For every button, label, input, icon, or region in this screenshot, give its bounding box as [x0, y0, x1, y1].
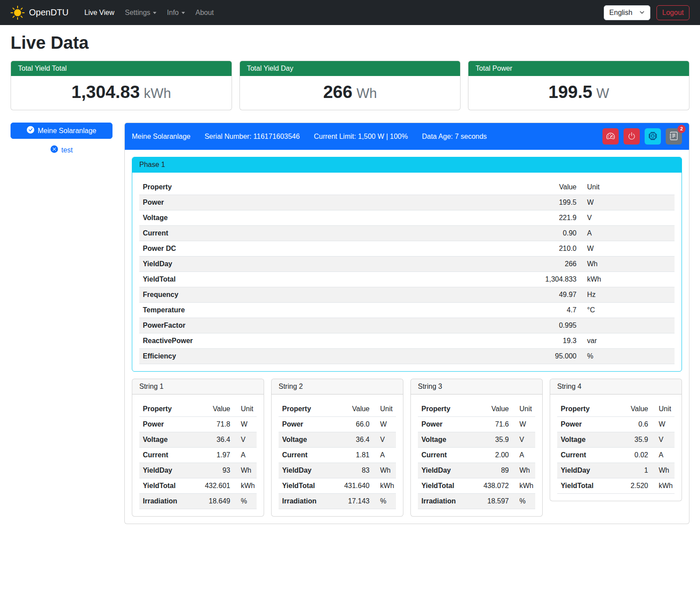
unit-cell: % [512, 494, 535, 509]
nav-item-live-view[interactable]: Live View [79, 5, 120, 20]
nav-item-label: Live View [84, 9, 114, 17]
limit-settings-button[interactable] [602, 128, 619, 145]
power-settings-button[interactable] [624, 128, 640, 145]
property-cell: Voltage [279, 432, 336, 448]
value-cell: 71.6 [475, 417, 512, 432]
column-header-property: Property [418, 402, 475, 417]
string-card-title: String 2 [272, 379, 403, 394]
language-select[interactable]: English [604, 5, 650, 20]
value-cell: 89 [475, 463, 512, 478]
table-row: Voltage35.9V [418, 432, 535, 448]
strings-row: String 1 Property Value Unit [132, 379, 682, 517]
table-row: Voltage35.9V [557, 432, 675, 448]
value-cell: 71.8 [197, 417, 234, 432]
table-row: YieldTotal431.640kWh [279, 478, 396, 494]
property-cell: Voltage [557, 432, 615, 448]
property-cell: YieldTotal [139, 478, 197, 494]
property-cell: Frequency [139, 287, 527, 303]
table-row: Power0.6W [557, 417, 675, 432]
value-cell: 438.072 [475, 478, 512, 494]
inverter-name-label: test [62, 146, 73, 154]
device-info-button[interactable] [645, 128, 661, 145]
column-header-value: Value [197, 402, 234, 417]
value-cell: 210.0 [527, 241, 580, 257]
app-brand[interactable]: OpenDTU [11, 6, 69, 20]
table-header-row: Property Value Unit [279, 402, 396, 417]
string-4-table: Property Value Unit Power0.6WVoltage35.9… [557, 402, 675, 494]
x-circle-icon [51, 145, 58, 155]
column-header-unit: Unit [580, 180, 675, 195]
value-cell: 18.597 [475, 494, 512, 509]
property-cell: Current [557, 448, 615, 463]
table-row: Current0.90A [139, 226, 675, 241]
value-cell: 0.90 [527, 226, 580, 241]
nav-item-about[interactable]: About [190, 5, 219, 20]
table-row: Power199.5W [139, 195, 675, 210]
nav-item-settings[interactable]: Settings [120, 5, 162, 20]
current-limit: Current Limit: 1,500 W | 100% [314, 133, 408, 141]
card-body: 266Wh [240, 76, 461, 110]
value-cell: 36.4 [336, 432, 373, 448]
table-row: ReactivePower19.3var [139, 333, 675, 349]
chevron-down-icon [153, 12, 156, 14]
nav-item-info[interactable]: Info [162, 5, 190, 20]
serial-number: Serial Number: 116171603546 [204, 133, 300, 141]
unit-cell: kWh [373, 478, 396, 494]
card-unit: W [596, 86, 609, 101]
table-row: Power71.6W [418, 417, 535, 432]
card-body: 1,304.83kWh [11, 76, 232, 110]
inverter-panel-header: Meine Solaranlage Serial Number: 1161716… [125, 123, 689, 150]
summary-cards-row: Total Yield Total 1,304.83kWh Total Yiel… [11, 61, 689, 110]
property-cell: Power [557, 417, 615, 432]
sun-icon [11, 6, 25, 20]
property-cell: YieldDay [418, 463, 475, 478]
table-row: Power DC210.0W [139, 241, 675, 257]
unit-cell: V [234, 432, 257, 448]
card-value: 266 [323, 82, 352, 101]
property-cell: ReactivePower [139, 333, 527, 349]
unit-cell: Hz [580, 287, 675, 303]
property-cell: Current [139, 226, 527, 241]
inverter-select-test[interactable]: test [11, 142, 112, 158]
unit-cell: A [652, 448, 675, 463]
property-cell: Power DC [139, 241, 527, 257]
table-row: YieldTotal438.072kWh [418, 478, 535, 494]
data-age: Data Age: 7 seconds [422, 133, 487, 141]
property-cell: Current [139, 448, 197, 463]
card-unit: kWh [144, 86, 171, 101]
table-row: Temperature4.7°C [139, 303, 675, 318]
string-card-body: Property Value Unit Power66.0WVoltage36.… [272, 394, 403, 516]
property-cell: YieldTotal [557, 478, 615, 494]
value-cell: 1,304.833 [527, 272, 580, 287]
inverter-sidebar: Meine Solaranlage test [11, 123, 112, 158]
unit-cell: W [580, 195, 675, 210]
card-value: 199.5 [548, 82, 592, 101]
property-cell: YieldTotal [139, 272, 527, 287]
nav-item-label: About [196, 9, 214, 17]
unit-cell: W [234, 417, 257, 432]
property-cell: Voltage [139, 210, 527, 226]
card-title: Total Power [468, 61, 689, 76]
column-header-unit: Unit [234, 402, 257, 417]
table-row: Power71.8W [139, 417, 257, 432]
property-cell: Voltage [418, 432, 475, 448]
event-log-button[interactable]: 2 [666, 128, 682, 145]
logout-button[interactable]: Logout [656, 5, 689, 20]
value-cell: 221.9 [527, 210, 580, 226]
cpu-icon [649, 132, 657, 141]
power-icon [627, 132, 636, 141]
unit-cell: Wh [652, 463, 675, 478]
inverter-name: Meine Solaranlage [132, 133, 190, 141]
string-card-title: String 3 [411, 379, 542, 394]
total-power-card: Total Power 199.5W [468, 61, 689, 110]
string-card-title: String 1 [132, 379, 264, 394]
unit-cell: V [652, 432, 675, 448]
table-row: YieldDay89Wh [418, 463, 535, 478]
value-cell: 266 [527, 257, 580, 272]
inverter-select-meine-solaranlage[interactable]: Meine Solaranlage [11, 123, 112, 139]
value-cell: 95.000 [527, 349, 580, 364]
unit-cell: A [373, 448, 396, 463]
unit-cell: kWh [234, 478, 257, 494]
table-row: Current2.00A [418, 448, 535, 463]
total-yield-day-card: Total Yield Day 266Wh [239, 61, 461, 110]
